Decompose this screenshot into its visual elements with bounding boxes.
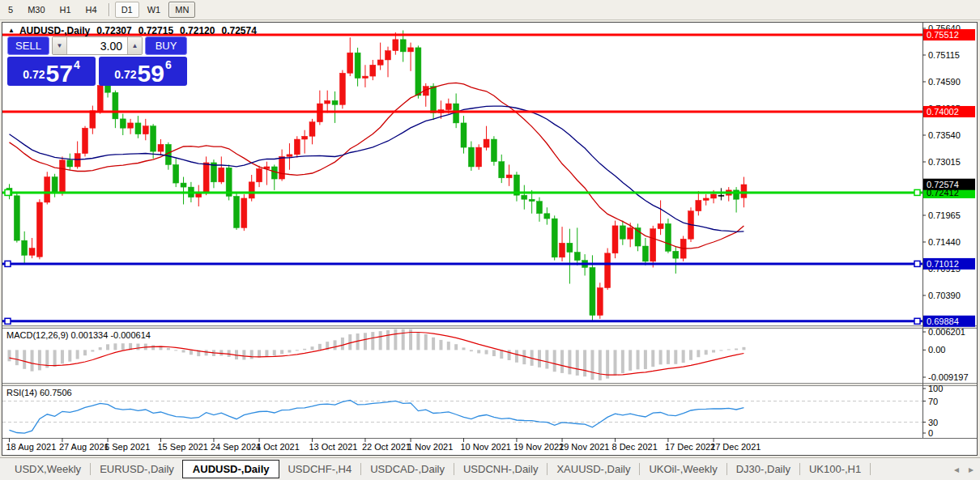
timeframe-button-m30[interactable]: M30 — [21, 2, 51, 18]
candle-body — [628, 227, 633, 239]
candle — [120, 114, 126, 135]
collapse-arrow-icon[interactable]: ▲ — [8, 27, 15, 34]
candle-body — [590, 267, 595, 315]
horizontal-line-0.69884[interactable] — [2, 318, 922, 324]
line-handle[interactable] — [5, 318, 11, 324]
tab-dj30-daily[interactable]: DJ30-,Daily — [728, 460, 799, 478]
candle — [128, 119, 134, 134]
timeframe-button-w1[interactable]: W1 — [141, 2, 168, 18]
candle-body — [97, 85, 103, 110]
candle-body — [294, 139, 300, 155]
sell-price-pipette: 4 — [74, 58, 80, 71]
line-handle[interactable] — [5, 189, 11, 195]
time-axis: 18 Aug 202127 Aug 20216 Sep 202115 Sep 2… — [6, 438, 761, 452]
candle — [370, 60, 376, 80]
tab-eurusd-daily[interactable]: EURUSD-,Daily — [92, 460, 182, 478]
candle-body — [279, 156, 285, 179]
scale-tick-label: 30 — [928, 418, 938, 427]
volume-decrease-icon[interactable]: ▼ — [53, 37, 67, 54]
timeframe-button-h4[interactable]: H4 — [79, 2, 104, 18]
candle-body — [484, 139, 489, 147]
macd-histogram-bar — [167, 348, 170, 350]
candle — [219, 156, 224, 184]
candle-body — [468, 147, 474, 167]
candle — [181, 177, 186, 205]
candle — [279, 150, 285, 181]
buy-price-box[interactable]: 0.72 59 6 — [99, 57, 187, 86]
macd-histogram-bar — [106, 344, 109, 350]
scale-tick-label: 0 — [928, 428, 933, 438]
candle — [567, 229, 573, 284]
pane-splitter[interactable] — [2, 326, 977, 328]
candle-body — [544, 214, 550, 219]
price-chart: 0.756400.751150.745900.740650.735400.730… — [2, 23, 977, 455]
timeframe-button-m5[interactable]: 5 — [2, 2, 19, 18]
candle-body — [325, 100, 330, 104]
tab-uk100-h1[interactable]: UK100-,H1 — [801, 460, 869, 478]
tab-scroll-left-icon[interactable]: ◂ — [954, 464, 959, 475]
macd-histogram-bar — [674, 350, 677, 363]
time-tick-label: 15 Sep 2021 — [158, 442, 208, 452]
candle — [29, 238, 35, 258]
tab-scroll-right-icon[interactable]: ▸ — [969, 464, 974, 475]
tab-ukoil-weekly[interactable]: UKOil-,Weekly — [641, 460, 725, 478]
macd-histogram-bar — [38, 350, 41, 370]
macd-histogram-bar — [273, 350, 276, 355]
line-handle[interactable] — [914, 318, 920, 324]
candle-body — [552, 219, 557, 257]
tab-separator — [454, 463, 454, 475]
tab-usdcad-daily[interactable]: USDCAD-,Daily — [362, 460, 453, 478]
candle — [75, 142, 80, 169]
macd-histogram-bar — [364, 333, 367, 350]
macd-histogram-bar — [113, 343, 117, 350]
candle — [635, 223, 641, 251]
candle — [650, 226, 656, 268]
ohlc-open: 0.72307 — [96, 25, 131, 36]
candle-body — [386, 51, 391, 60]
tab-separator — [639, 463, 640, 475]
macd-histogram-bar — [590, 350, 594, 380]
tab-xauusd-daily[interactable]: XAUUSD-,Daily — [548, 460, 638, 478]
tab-separator — [360, 463, 361, 475]
line-handle[interactable] — [5, 261, 11, 266]
tab-separator — [870, 463, 871, 475]
sell-button[interactable]: SELL — [7, 36, 49, 55]
buy-button[interactable]: BUY — [145, 36, 187, 55]
candle-body — [445, 104, 451, 110]
candle — [605, 248, 611, 291]
horizontal-line-0.71012[interactable] — [2, 261, 922, 266]
volume-increase-icon[interactable]: ▲ — [127, 37, 142, 54]
tab-usdx-weekly[interactable]: USDX,Weekly — [6, 460, 89, 478]
macd-histogram-bar — [621, 350, 624, 373]
candle — [513, 172, 519, 201]
macd-histogram-bar — [31, 350, 34, 371]
time-tick-label: 18 Aug 2021 — [6, 442, 57, 452]
macd-histogram-bar — [659, 350, 663, 364]
candle-body — [45, 177, 50, 202]
one-click-trade-panel: SELL ▼ 3.00 ▲ BUY 0.72 57 4 0.72 59 6 — [7, 36, 187, 86]
pane-splitter[interactable] — [2, 384, 977, 385]
line-handle[interactable] — [914, 189, 920, 195]
candle — [362, 65, 368, 87]
macd-histogram-bar — [394, 329, 397, 350]
candle — [461, 116, 467, 154]
candle — [332, 91, 338, 123]
tab-usdchf-h4[interactable]: USDCHF-,H4 — [279, 460, 360, 478]
horizontal-line-0.72412[interactable] — [2, 189, 922, 195]
sell-price-box[interactable]: 0.72 57 4 — [7, 57, 96, 86]
volume-input[interactable]: 3.00 — [67, 37, 127, 54]
tab-usdcnh-daily[interactable]: USDCNH-,Daily — [455, 460, 546, 478]
line-handle[interactable] — [914, 261, 920, 266]
timeframe-button-mn[interactable]: MN — [168, 2, 195, 18]
candle-body — [302, 136, 308, 139]
macd-histogram-bar — [280, 350, 283, 354]
candle-body — [620, 226, 625, 239]
candle — [196, 185, 202, 206]
timeframe-button-h1[interactable]: H1 — [53, 2, 78, 18]
tab-audusd-daily[interactable]: AUDUSD-,Daily — [182, 460, 280, 478]
macd-histogram-bar — [341, 338, 344, 350]
candle-body — [537, 202, 543, 214]
candle — [468, 142, 474, 171]
candle — [45, 172, 50, 204]
timeframe-button-d1[interactable]: D1 — [115, 2, 139, 18]
